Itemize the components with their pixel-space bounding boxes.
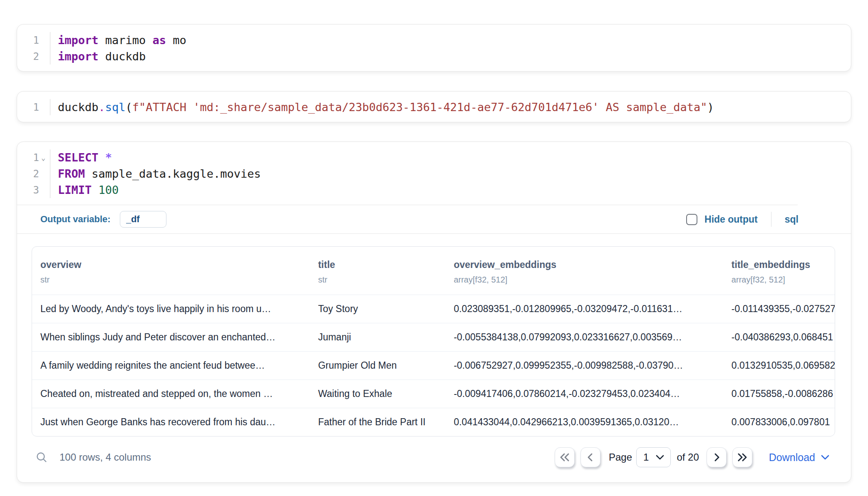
table-cell: 0.041433044,0.042966213,0.0039591365,0.0… [445, 408, 723, 436]
gutter: 12 [17, 32, 50, 64]
table-footer: 100 rows, 4 columns Page 1 of 20 [17, 436, 851, 482]
table-cell: 0.01755858,-0.0086286 [723, 380, 835, 408]
table-cell: Led by Woody, Andy's toys live happily i… [32, 295, 310, 323]
code-line[interactable]: import duckdb [58, 48, 186, 64]
divider [771, 212, 771, 227]
column-type: array[f32, 512] [454, 275, 719, 285]
table-cell: Grumpier Old Men [310, 352, 445, 380]
code-line[interactable]: SELECT * [58, 149, 261, 166]
first-page-button[interactable] [555, 447, 575, 467]
result-table: overviewstrtitlestroverview_embeddingsar… [32, 247, 835, 436]
download-label: Download [769, 451, 815, 464]
table-row: When siblings Judy and Peter discover an… [32, 323, 835, 352]
line-number: 1⌄ [17, 149, 50, 166]
table-row: Led by Woody, Andy's toys live happily i… [32, 295, 835, 323]
table-cell: 0.023089351,-0.012809965,-0.03209472,-0.… [445, 295, 723, 323]
hide-output-checkbox[interactable] [686, 214, 697, 225]
download-button[interactable]: Download [769, 451, 829, 464]
column-header-overview_embeddings[interactable]: overview_embeddingsarray[f32, 512] [445, 247, 723, 295]
table-cell: -0.040386293,0.068451 [723, 323, 835, 352]
sql-cell: 1⌄23 SELECT *FROM sample_data.kaggle.mov… [17, 141, 851, 483]
table-cell: Toy Story [310, 295, 445, 323]
page-count-label: of 20 [677, 451, 699, 463]
column-name: title [318, 259, 441, 270]
code-cell-attach: 1 duckdb.sql(f"ATTACH 'md:_share/sample_… [17, 91, 851, 122]
output-variable-input[interactable] [120, 211, 166, 228]
column-type: array[f32, 512] [732, 275, 831, 285]
table-row: Cheated on, mistreated and stepped on, t… [32, 380, 835, 408]
table-row: A family wedding reignites the ancient f… [32, 352, 835, 380]
column-header-title[interactable]: titlestr [310, 247, 445, 295]
row-column-summary: 100 rows, 4 columns [60, 451, 151, 463]
table-cell: 0.0132910535,0.069582 [723, 352, 835, 380]
code-editor[interactable]: 12 import marimo as moimport duckdb [17, 25, 851, 71]
page-label: Page [609, 451, 632, 463]
next-page-button[interactable] [707, 447, 727, 467]
hide-output-label[interactable]: Hide output [704, 214, 758, 225]
line-number: 1 [17, 32, 50, 48]
page-number-value: 1 [643, 451, 649, 463]
chevron-down-icon [821, 455, 829, 460]
search-icon[interactable] [35, 451, 48, 464]
code-cell-imports: 12 import marimo as moimport duckdb [17, 24, 851, 72]
column-header-overview[interactable]: overviewstr [32, 247, 310, 295]
output-variable-bar: Output variable: Hide output sql [17, 205, 851, 233]
result-table-container: overviewstrtitlestroverview_embeddingsar… [32, 246, 835, 436]
column-name: overview_embeddings [454, 259, 719, 270]
line-number: 2 [17, 166, 50, 182]
line-number: 2 [17, 48, 50, 64]
table-row: Just when George Banks has recovered fro… [32, 408, 835, 436]
table-cell: Cheated on, mistreated and stepped on, t… [32, 380, 310, 408]
code-line[interactable]: duckdb.sql(f"ATTACH 'md:_share/sample_da… [58, 99, 714, 115]
column-name: overview [40, 259, 305, 270]
pagination: Page 1 of 20 Download [555, 447, 829, 467]
gutter: 1⌄23 [17, 149, 50, 198]
code-editor[interactable]: 1⌄23 SELECT *FROM sample_data.kaggle.mov… [17, 142, 851, 205]
code-lines: duckdb.sql(f"ATTACH 'md:_share/sample_da… [50, 99, 714, 115]
column-type: str [40, 275, 305, 285]
table-cell: -0.0055384138,0.07992093,0.023316627,0.0… [445, 323, 723, 352]
code-lines: SELECT *FROM sample_data.kaggle.moviesLI… [50, 149, 261, 198]
table-body: Led by Woody, Andy's toys live happily i… [32, 295, 835, 436]
output-variable-label: Output variable: [40, 214, 111, 225]
column-type: str [318, 275, 441, 285]
table-cell: Father of the Bride Part II [310, 408, 445, 436]
line-number: 1 [17, 99, 50, 115]
code-editor[interactable]: 1 duckdb.sql(f"ATTACH 'md:_share/sample_… [17, 92, 851, 122]
table-cell: Just when George Banks has recovered fro… [32, 408, 310, 436]
gutter: 1 [17, 99, 50, 115]
fold-chevron-icon[interactable]: ⌄ [39, 154, 47, 162]
page-number-select[interactable]: 1 [636, 447, 671, 467]
code-line[interactable]: FROM sample_data.kaggle.movies [58, 166, 261, 182]
output-section-divider [17, 233, 851, 234]
language-badge[interactable]: sql [785, 214, 799, 225]
code-lines: import marimo as moimport duckdb [50, 32, 186, 64]
line-number: 3 [17, 182, 50, 198]
table-cell: -0.009417406,0.07860214,-0.023279453,0.0… [445, 380, 723, 408]
code-line[interactable]: LIMIT 100 [58, 182, 261, 198]
table-cell: A family wedding reignites the ancient f… [32, 352, 310, 380]
table-cell: When siblings Judy and Peter discover an… [32, 323, 310, 352]
last-page-button[interactable] [732, 447, 752, 467]
table-cell: -0.011439355,-0.027527 [723, 295, 835, 323]
table-header-row: overviewstrtitlestroverview_embeddingsar… [32, 247, 835, 295]
column-header-title_embeddings[interactable]: title_embeddingsarray[f32, 512] [723, 247, 835, 295]
table-cell: Jumanji [310, 323, 445, 352]
table-cell: -0.006752927,0.099952355,-0.009982588,-0… [445, 352, 723, 380]
chevron-down-icon [655, 454, 665, 460]
column-name: title_embeddings [732, 259, 831, 270]
table-cell: Waiting to Exhale [310, 380, 445, 408]
previous-page-button[interactable] [580, 447, 600, 467]
table-cell: 0.007833006,0.097801 [723, 408, 835, 436]
code-line[interactable]: import marimo as mo [58, 32, 186, 48]
